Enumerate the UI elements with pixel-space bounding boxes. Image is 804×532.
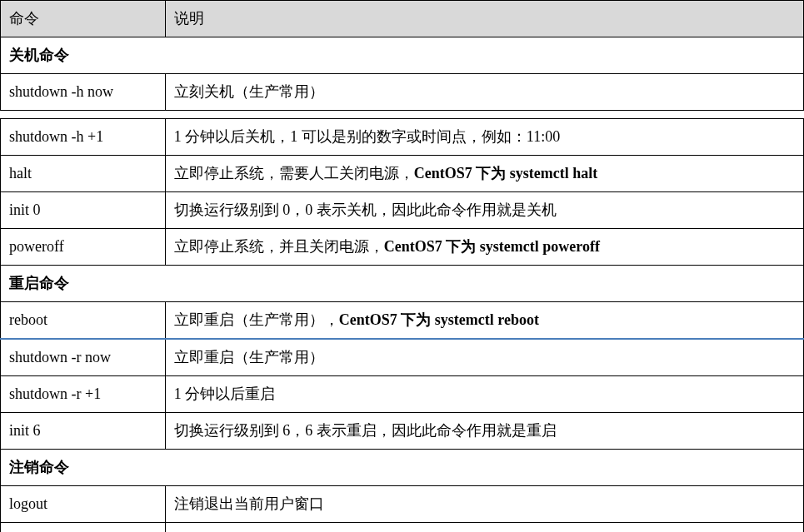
table-row: init 0切换运行级别到 0，0 表示关机，因此此命令作用就是关机 <box>1 192 804 229</box>
table-row: poweroff立即停止系统，并且关闭电源，CentOS7 下为 systemc… <box>1 229 804 266</box>
table-row: shutdown -r +11 分钟以后重启 <box>1 376 804 413</box>
section-header-row: 关机命令 <box>1 37 804 74</box>
table-row: reboot立即重启（生产常用），CentOS7 下为 systemctl re… <box>1 302 804 340</box>
header-command: 命令 <box>1 1 166 37</box>
command-cell: poweroff <box>1 229 166 266</box>
command-cell: shutdown -r +1 <box>1 376 166 413</box>
description-cell: 1 分钟以后重启 <box>165 376 803 413</box>
description-cell: 立即重启（生产常用） <box>165 339 803 376</box>
command-cell: init 0 <box>1 192 166 229</box>
section-title: 重启命令 <box>1 266 804 302</box>
command-cell: logout <box>1 486 166 523</box>
table-row: shutdown -h now立刻关机（生产常用） <box>1 74 804 111</box>
table-header-row: 命令 说明 <box>1 1 804 37</box>
command-cell: reboot <box>1 302 166 340</box>
command-cell: shutdown -h +1 <box>1 119 166 156</box>
description-cell: 切换运行级别到 0，0 表示关机，因此此命令作用就是关机 <box>165 192 803 229</box>
description-cell: 立即停止系统，并且关闭电源，CentOS7 下为 systemctl power… <box>165 229 803 266</box>
command-table: 命令 说明 关机命令shutdown -h now立刻关机（生产常用）shutd… <box>0 0 804 532</box>
description-cell: 立刻关机（生产常用） <box>165 74 803 111</box>
header-description: 说明 <box>165 1 803 37</box>
table-row: halt立即停止系统，需要人工关闭电源，CentOS7 下为 systemctl… <box>1 156 804 192</box>
description-cell: 立即停止系统，需要人工关闭电源，CentOS7 下为 systemctl hal… <box>165 156 803 192</box>
table-row: shutdown -h +11 分钟以后关机，1 可以是别的数字或时间点，例如：… <box>1 119 804 156</box>
description-cell: 注销退出当前用户窗口 <box>165 486 803 523</box>
section-title: 关机命令 <box>1 37 804 74</box>
section-header-row: 重启命令 <box>1 266 804 302</box>
description-cell: 1 分钟以后关机，1 可以是别的数字或时间点，例如：11:00 <box>165 119 803 156</box>
command-cell: halt <box>1 156 166 192</box>
command-cell: init 6 <box>1 413 166 450</box>
section-title: 注销命令 <box>1 450 804 486</box>
description-cell: 切换运行级别到 6，6 表示重启，因此此命令作用就是重启 <box>165 413 803 450</box>
table-gap <box>1 111 804 119</box>
command-cell: exit <box>1 523 166 533</box>
section-header-row: 注销命令 <box>1 450 804 486</box>
description-cell: 注销退出当前用户窗口，快捷键 Ctrl+d <box>165 523 803 533</box>
description-cell: 立即重启（生产常用），CentOS7 下为 systemctl reboot <box>165 302 803 340</box>
table-row: init 6切换运行级别到 6，6 表示重启，因此此命令作用就是重启 <box>1 413 804 450</box>
table-row: logout注销退出当前用户窗口 <box>1 486 804 523</box>
table-row: exit注销退出当前用户窗口，快捷键 Ctrl+d <box>1 523 804 533</box>
command-cell: shutdown -h now <box>1 74 166 111</box>
command-cell: shutdown -r now <box>1 339 166 376</box>
table-row: shutdown -r now立即重启（生产常用） <box>1 339 804 376</box>
